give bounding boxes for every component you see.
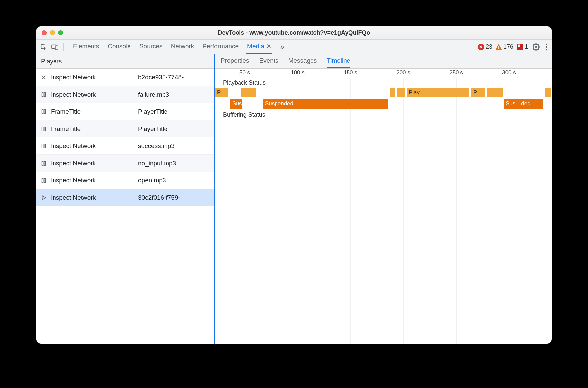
error-count-label: 23 bbox=[486, 43, 492, 50]
svg-rect-10 bbox=[44, 110, 46, 114]
buffering-status-label: Buffering Status bbox=[215, 110, 552, 120]
svg-rect-15 bbox=[42, 161, 43, 165]
sidebar-header: Players bbox=[36, 54, 214, 69]
titlebar: DevTools - www.youtube.com/watch?v=e1gAy… bbox=[36, 26, 552, 40]
ruler-tick: 200 s bbox=[396, 69, 410, 76]
playback-bar[interactable]: P… bbox=[215, 88, 228, 97]
player-title-col: open.mp3 bbox=[133, 177, 214, 184]
tab-performance[interactable]: Performance bbox=[202, 40, 239, 54]
subtab-properties[interactable]: Properties bbox=[221, 54, 249, 68]
warning-count-label: 176 bbox=[503, 43, 513, 50]
suspended-bar[interactable]: Sus…ded bbox=[504, 99, 543, 109]
playback-bar[interactable]: Play bbox=[407, 88, 469, 97]
playback-track: P…PlayP… bbox=[215, 88, 552, 98]
pause-icon bbox=[36, 143, 51, 149]
tab-console[interactable]: Console bbox=[107, 40, 131, 54]
svg-point-4 bbox=[546, 43, 547, 45]
players-sidebar: Players Inspect Networkb2dce935-7748-Ins… bbox=[36, 54, 215, 344]
ruler-tick: 250 s bbox=[449, 69, 463, 76]
players-list: Inspect Networkb2dce935-7748-Inspect Net… bbox=[36, 69, 214, 344]
device-toolbar-icon[interactable] bbox=[50, 42, 59, 52]
tab-sources[interactable]: Sources bbox=[139, 40, 163, 54]
player-frame-col: Inspect Network bbox=[51, 137, 133, 154]
player-frame-col: Inspect Network bbox=[51, 86, 133, 103]
svg-point-5 bbox=[546, 46, 547, 47]
devtools-window: DevTools - www.youtube.com/watch?v=e1gAy… bbox=[36, 26, 552, 344]
svg-rect-8 bbox=[44, 93, 46, 97]
detail-subtabs: Properties Events Messages Timeline bbox=[215, 54, 552, 69]
player-title-col: failure.mp3 bbox=[133, 91, 214, 98]
ruler-tick: 50 s bbox=[239, 69, 250, 76]
tab-media-label: Media bbox=[247, 43, 264, 50]
suspended-bar[interactable]: Suspended bbox=[263, 99, 388, 109]
time-ruler: 50 s100 s150 s200 s250 s300 s bbox=[215, 69, 552, 78]
ruler-tick: 300 s bbox=[502, 69, 516, 76]
svg-rect-18 bbox=[44, 178, 46, 182]
player-row[interactable]: Inspect Networkno_input.mp3 bbox=[36, 155, 214, 172]
window-title: DevTools - www.youtube.com/watch?v=e1gAy… bbox=[36, 29, 552, 36]
player-row[interactable]: Inspect Networkb2dce935-7748- bbox=[36, 69, 214, 86]
more-menu-icon[interactable] bbox=[544, 42, 549, 52]
svg-rect-17 bbox=[42, 178, 43, 182]
pause-icon bbox=[36, 160, 51, 166]
window-zoom[interactable] bbox=[58, 30, 63, 35]
pause-icon bbox=[36, 177, 51, 183]
player-row[interactable]: FrameTitlePlayerTitle bbox=[36, 120, 214, 137]
svg-rect-7 bbox=[42, 93, 43, 97]
tab-elements[interactable]: Elements bbox=[72, 40, 100, 54]
playback-bar[interactable]: P… bbox=[471, 88, 485, 97]
warning-icon bbox=[496, 44, 502, 50]
issue-count[interactable]: ▘ 1 bbox=[517, 43, 528, 50]
more-tabs-icon[interactable]: » bbox=[279, 43, 286, 51]
play-icon bbox=[36, 195, 51, 201]
tab-network[interactable]: Network bbox=[170, 40, 195, 54]
error-count[interactable]: ✕ 23 bbox=[478, 43, 492, 50]
player-title-col: b2dce935-7748- bbox=[133, 74, 214, 81]
player-row[interactable]: Inspect Networkopen.mp3 bbox=[36, 172, 214, 189]
window-close[interactable] bbox=[42, 30, 47, 35]
tab-close-icon[interactable]: ✕ bbox=[266, 43, 271, 50]
pause-icon bbox=[36, 109, 51, 115]
suspended-track: SuspendedSuspendedSus…ded bbox=[215, 99, 552, 109]
panel-tabs: Elements Console Sources Network Perform… bbox=[72, 40, 286, 54]
timeline-view[interactable]: 50 s100 s150 s200 s250 s300 s Playback S… bbox=[215, 69, 552, 344]
svg-rect-11 bbox=[42, 127, 43, 131]
player-title-col: 30c2f016-f759- bbox=[133, 194, 214, 201]
settings-icon[interactable] bbox=[531, 42, 541, 52]
player-row[interactable]: FrameTitlePlayerTitle bbox=[36, 103, 214, 120]
svg-rect-16 bbox=[44, 161, 46, 165]
subtab-events[interactable]: Events bbox=[259, 54, 278, 68]
svg-rect-2 bbox=[55, 46, 58, 50]
ruler-tick: 100 s bbox=[291, 69, 305, 76]
player-frame-col: Inspect Network bbox=[51, 189, 133, 206]
error-icon: ✕ bbox=[478, 44, 484, 50]
svg-rect-12 bbox=[44, 127, 46, 131]
suspended-bar[interactable]: Suspended bbox=[230, 99, 242, 109]
warning-count[interactable]: 176 bbox=[496, 43, 513, 50]
player-title-col: PlayerTitle bbox=[133, 125, 214, 133]
player-frame-col: Inspect Network bbox=[51, 172, 133, 189]
svg-point-3 bbox=[535, 46, 537, 48]
window-minimize[interactable] bbox=[50, 30, 55, 35]
issue-icon: ▘ bbox=[517, 44, 523, 50]
pause-icon bbox=[36, 126, 51, 132]
subtab-timeline[interactable]: Timeline bbox=[327, 54, 350, 68]
player-row[interactable]: Inspect Networkfailure.mp3 bbox=[36, 86, 214, 103]
svg-rect-13 bbox=[42, 144, 43, 148]
inspect-icon[interactable] bbox=[39, 42, 48, 52]
player-row[interactable]: Inspect Networksuccess.mp3 bbox=[36, 137, 214, 155]
player-frame-col: FrameTitle bbox=[51, 120, 133, 137]
playback-bar[interactable] bbox=[487, 88, 503, 97]
svg-point-6 bbox=[546, 49, 547, 50]
player-row[interactable]: Inspect Network30c2f016-f759- bbox=[36, 189, 214, 206]
svg-rect-9 bbox=[42, 110, 43, 114]
subtab-messages[interactable]: Messages bbox=[288, 54, 317, 68]
tab-media[interactable]: Media ✕ bbox=[246, 40, 272, 54]
playback-bar[interactable] bbox=[390, 88, 395, 97]
playback-bar[interactable] bbox=[545, 88, 551, 97]
player-title-col: no_input.mp3 bbox=[133, 160, 214, 167]
player-frame-col: Inspect Network bbox=[51, 155, 133, 172]
main-toolbar: Elements Console Sources Network Perform… bbox=[36, 40, 552, 54]
playback-bar[interactable] bbox=[241, 88, 256, 97]
playback-bar[interactable] bbox=[397, 88, 405, 97]
